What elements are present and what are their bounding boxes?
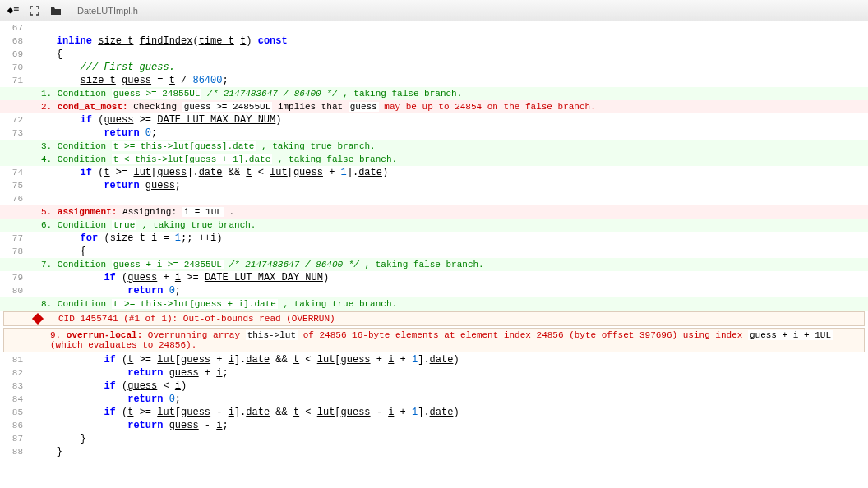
code-line: 70 /// First guess.: [0, 61, 868, 74]
code-line: 76: [0, 192, 868, 205]
warning-icon: [32, 313, 44, 325]
code-line: 78 {: [0, 245, 868, 258]
code-line: 81 if (t >= lut[guess + i].date && t < l…: [0, 353, 868, 366]
annotation: 2. cond_at_most: Checking guess >= 24855…: [0, 100, 868, 113]
annotation: 3. Condition t >= this->lut[guess].date …: [0, 140, 868, 153]
code-line: 79 if (guess + i >= DATE_LUT_MAX_DAY_NUM…: [0, 271, 868, 284]
code-line: 88 }: [0, 445, 868, 458]
annotation: 8. Condition t >= this->lut[guess + i].d…: [0, 297, 868, 311]
collapse-icon[interactable]: ◆≡: [7, 4, 20, 17]
annotation: 6. Condition true , taking true branch.: [0, 219, 868, 232]
code-line: 69 {: [0, 48, 868, 61]
annotation: 1. Condition guess >= 24855UL /* 2147483…: [0, 87, 868, 100]
folder-icon[interactable]: [49, 4, 62, 17]
annotation: 4. Condition t < this->lut[guess + 1].da…: [0, 153, 868, 166]
code-line: 72 if (guess >= DATE_LUT_MAX_DAY_NUM): [0, 113, 868, 127]
overrun-annotation: 9. overrun-local: Overrunning array this…: [3, 328, 865, 352]
expand-icon[interactable]: [28, 4, 41, 17]
code-line: 74 if (t >= lut[guess].date && t < lut[g…: [0, 166, 868, 179]
code-line: 82 return guess + i;: [0, 366, 868, 380]
filename: DateLUTImpl.h: [77, 6, 138, 16]
cid-annotation: CID 1455741 (#1 of 1): Out-of-bounds rea…: [3, 311, 865, 326]
code-line: 84 return 0;: [0, 393, 868, 406]
annotation: 5. assignment: Assigning: i = 1UL .: [0, 205, 868, 219]
code-line: 80 return 0;: [0, 284, 868, 297]
code-line: 86 return guess - i;: [0, 419, 868, 432]
code-line: 71 size_t guess = t / 86400;: [0, 74, 868, 87]
code-line: 73 return 0;: [0, 127, 868, 140]
code-line: 83 if (guess < i): [0, 380, 868, 393]
code-line: 85 if (t >= lut[guess - i].date && t < l…: [0, 406, 868, 419]
code-line: 87 }: [0, 432, 868, 445]
annotation: 7. Condition guess + i >= 24855UL /* 214…: [0, 258, 868, 271]
code-line: 67: [0, 21, 868, 35]
code-line: 75 return guess;: [0, 179, 868, 192]
toolbar: ◆≡ DateLUTImpl.h: [0, 0, 868, 21]
code-line: 77 for (size_t i = 1;; ++i): [0, 232, 868, 245]
code-area: 67 68 inline size_t findIndex(time_t t) …: [0, 21, 868, 458]
code-line: 68 inline size_t findIndex(time_t t) con…: [0, 35, 868, 48]
